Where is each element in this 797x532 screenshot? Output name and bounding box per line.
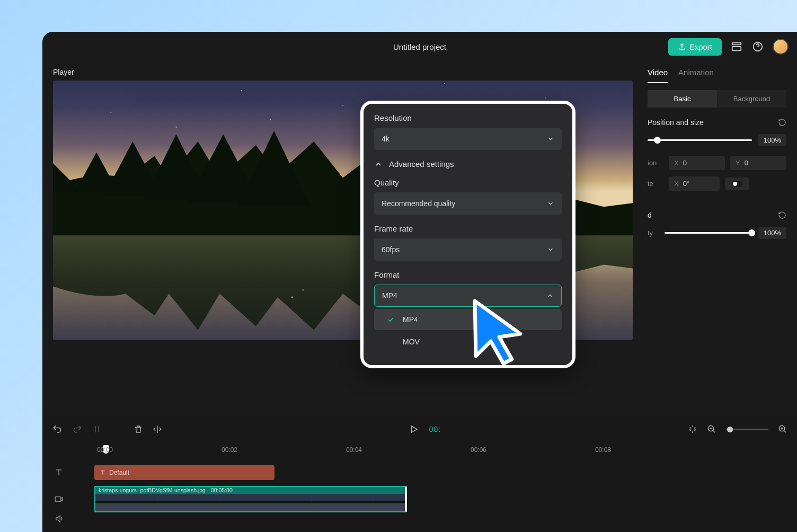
format-select[interactable]: MP4: [374, 285, 562, 307]
zoom-in-icon[interactable]: [778, 424, 787, 434]
undo-icon[interactable]: [52, 424, 63, 435]
scale-value[interactable]: 100%: [758, 134, 786, 146]
titlebar: Untitled project Export: [42, 32, 797, 61]
format-option-mp4[interactable]: MP4: [374, 309, 562, 330]
svg-point-16: [111, 112, 112, 113]
format-label: Format: [374, 270, 562, 279]
delete-icon[interactable]: [134, 424, 143, 434]
opacity-slider[interactable]: [665, 232, 752, 234]
svg-rect-42: [188, 503, 219, 511]
clip-filename: kristaps-ungurs--potBDVgSfM-unsplash.jpg: [99, 487, 206, 493]
timecode: 00:: [429, 425, 441, 433]
properties-panel: Video Animation Basic Background Positio…: [643, 61, 797, 415]
subtab-background[interactable]: Background: [717, 90, 786, 108]
advanced-settings-toggle[interactable]: Advanced settings: [374, 159, 562, 169]
svg-point-17: [176, 127, 177, 128]
play-icon[interactable]: [409, 424, 419, 434]
svg-rect-60: [374, 503, 405, 511]
blend-heading: d: [648, 211, 786, 219]
position-x-input[interactable]: X0: [669, 156, 725, 170]
text-track-icon[interactable]: [52, 468, 89, 477]
opacity-value[interactable]: 100%: [758, 227, 786, 239]
subtab-basic[interactable]: Basic: [648, 90, 717, 108]
svg-point-25: [302, 289, 304, 291]
svg-rect-39: [157, 503, 188, 511]
svg-rect-1: [732, 47, 741, 50]
opacity-label-partial: ty: [648, 229, 658, 237]
svg-rect-48: [250, 503, 281, 511]
export-label: Export: [689, 42, 712, 51]
chevron-up-icon: [546, 292, 554, 299]
video-clip[interactable]: kristaps-ungurs--potBDVgSfM-unsplash.jpg…: [94, 486, 407, 512]
rotate-label-partial: te: [648, 180, 663, 188]
audio-track: [52, 513, 787, 525]
position-row: ion X0 Y0: [648, 156, 786, 170]
upload-icon: [678, 42, 686, 51]
svg-rect-54: [312, 503, 343, 511]
panel-tabs: Video Animation: [648, 68, 786, 84]
svg-rect-57: [343, 503, 374, 511]
text-clip-icon: [100, 469, 106, 476]
project-title: Untitled project: [393, 42, 446, 51]
scale-slider[interactable]: [648, 139, 752, 141]
svg-rect-51: [281, 503, 312, 511]
tab-video[interactable]: Video: [648, 68, 668, 83]
chevron-down-icon: [547, 246, 554, 253]
layout-icon[interactable]: [730, 40, 743, 53]
chevron-down-icon: [547, 200, 554, 207]
reset-icon[interactable]: [778, 118, 786, 127]
tab-animation[interactable]: Animation: [678, 68, 714, 83]
svg-point-8: [241, 90, 242, 91]
player-label: Player: [53, 68, 633, 76]
text-clip[interactable]: Default: [94, 465, 274, 480]
export-button[interactable]: Export: [668, 38, 722, 56]
timeline[interactable]: 00:00 00:02 00:04 00:06 00:08 Default: [52, 446, 787, 525]
rotate-x-input[interactable]: X0°: [669, 176, 720, 191]
framerate-select[interactable]: 60fps: [374, 238, 562, 261]
video-track-icon[interactable]: [52, 494, 89, 504]
svg-point-24: [291, 296, 293, 298]
opacity-slider-row: ty 100%: [648, 227, 786, 239]
svg-point-14: [545, 97, 546, 99]
split-icon[interactable]: [92, 424, 102, 434]
video-track: kristaps-ungurs--potBDVgSfM-unsplash.jpg…: [52, 485, 787, 513]
scale-slider-row: 100%: [648, 134, 786, 146]
titlebar-actions: Export: [668, 38, 789, 56]
clip-thumbnails: [95, 494, 405, 511]
chevron-down-icon: [547, 135, 554, 143]
position-y-input[interactable]: Y0: [730, 156, 786, 170]
help-icon[interactable]: [751, 40, 764, 53]
chevron-up-icon: [374, 160, 383, 169]
tracks: Default kristaps-ungurs--potBDVgSfM-unsp…: [52, 464, 787, 525]
rotate-toggle[interactable]: [725, 178, 749, 190]
panel-subtabs: Basic Background: [648, 90, 786, 108]
resolution-label: Resolution: [374, 113, 562, 122]
zoom-slider[interactable]: [726, 429, 768, 430]
rotate-row: te X0°: [648, 176, 786, 191]
audio-track-icon[interactable]: [52, 514, 89, 524]
format-options: MP4 MOV: [374, 309, 562, 352]
svg-rect-30: [55, 497, 61, 502]
text-track: Default: [52, 464, 787, 481]
cursor-icon: [468, 297, 527, 366]
quality-select[interactable]: Recommended quality: [374, 192, 562, 215]
adjust-icon[interactable]: [688, 424, 697, 434]
svg-point-10: [342, 105, 343, 106]
avatar[interactable]: [773, 39, 789, 55]
timeline-ruler[interactable]: 00:00 00:02 00:04 00:06 00:08: [52, 446, 787, 462]
export-settings-popover: Resolution 4k Advanced settings Quality …: [360, 101, 575, 368]
svg-point-18: [270, 119, 271, 120]
svg-rect-45: [219, 503, 250, 511]
mirror-icon[interactable]: [153, 424, 162, 434]
resolution-select[interactable]: 4k: [374, 128, 562, 150]
clip-duration: 00:05:00: [211, 487, 233, 493]
reset-icon[interactable]: [778, 211, 786, 219]
quality-label: Quality: [374, 178, 562, 187]
check-icon: [387, 316, 395, 323]
svg-rect-0: [732, 43, 741, 45]
redo-icon[interactable]: [72, 424, 83, 435]
format-option-mov[interactable]: MOV: [374, 331, 562, 352]
svg-rect-33: [95, 503, 126, 511]
export-popover-wrap: Resolution 4k Advanced settings Quality …: [360, 101, 575, 368]
zoom-out-icon[interactable]: [707, 424, 716, 434]
